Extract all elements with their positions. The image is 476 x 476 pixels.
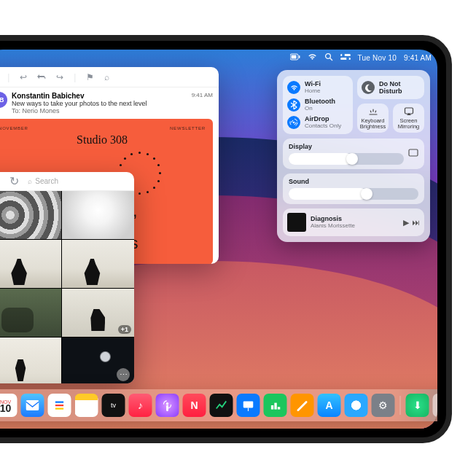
album-art [287,213,306,232]
menubar-time[interactable]: 9:41 AM [404,54,432,62]
dock: NOV10 tv ♪ N A ⚙ ⬇ 🗑 [0,389,437,421]
photos-search[interactable]: ⌕ Search [28,177,128,185]
search-icon[interactable] [324,52,333,63]
control-center-icon[interactable] [340,53,351,62]
keyboard-brightness-icon [368,106,378,117]
wifi-icon [287,81,300,94]
svg-line-4 [329,58,332,61]
play-button[interactable]: ▶ [403,218,409,227]
connectivity-tile: Wi-FiHome BluetoothOn AirDropContacts On… [283,76,353,134]
stocks-app[interactable] [210,394,233,417]
photo-thumbnail[interactable]: +1 [62,289,134,337]
more-count-badge: +1 [118,325,131,334]
photo-thumbnail[interactable] [0,338,61,383]
reminders-app[interactable] [48,394,71,417]
battery-icon[interactable] [290,53,300,62]
menu-bar: Tue Nov 10 9:41 AM [0,50,437,66]
news-app[interactable]: N [183,394,206,417]
mail-to: To: Nerio Mones [12,107,187,114]
tv-app[interactable]: tv [102,394,125,417]
favorite-icon[interactable]: ♡ [0,174,1,188]
svg-point-9 [293,122,295,124]
search-icon[interactable]: ⌕ [104,72,109,82]
rotate-icon[interactable]: ↻ [9,174,19,188]
svg-point-3 [325,54,330,59]
podcasts-app[interactable] [156,394,179,417]
photo-thumbnail[interactable] [0,191,61,239]
svg-rect-1 [291,55,296,59]
dock-separator [400,396,401,415]
mail-from: Konstantin Babichev [12,92,187,100]
svg-rect-22 [271,405,273,410]
numbers-app[interactable] [264,394,287,417]
now-playing-tile[interactable]: Diagnosis Alanis Morissette ▶ ⏭ [283,208,424,236]
desktop: Tue Nov 10 9:41 AM Wi-FiHome BluetoothOn [0,50,437,429]
app-store-app[interactable]: A [318,394,341,417]
svg-rect-24 [278,407,280,409]
mail-time: 9:41 AM [192,92,213,98]
svg-point-18 [166,402,168,405]
svg-rect-12 [405,108,413,114]
display-expand-button[interactable] [408,149,418,159]
downloads-stack[interactable]: ⬇ [406,394,429,417]
mail-subject: New ways to take your photos to the next… [12,100,187,107]
airdrop-toggle[interactable]: AirDropContacts Only [287,115,348,130]
flag-icon[interactable]: ⚑ [86,72,94,82]
next-track-button[interactable]: ⏭ [412,218,420,227]
control-center: Wi-FiHome BluetoothOn AirDropContacts On… [277,70,430,242]
notes-app[interactable] [75,394,98,417]
reply-all-icon[interactable]: ⮪ [37,72,46,82]
svg-point-7 [342,54,345,57]
avatar: KB [0,92,7,108]
music-app[interactable]: ♪ [129,394,152,417]
svg-rect-2 [299,55,300,58]
menubar-date[interactable]: Tue Nov 10 [358,54,397,62]
screen-mirroring-button[interactable]: Screen Mirroring [393,104,424,133]
bluetooth-toggle[interactable]: BluetoothOn [287,98,348,112]
svg-point-8 [346,58,349,61]
photo-thumbnail[interactable]: ⋯ [62,338,134,383]
photo-thumbnail[interactable] [0,289,61,337]
display-brightness-slider[interactable]: ☀ [289,153,404,165]
sound-tile: Sound 🔊 [283,173,424,204]
reply-icon[interactable]: ↩ [20,72,27,82]
svg-rect-20 [243,401,254,407]
moon-icon [362,81,375,94]
wifi-icon[interactable] [308,53,317,62]
photos-window: ‹ ⊕ ⓘ ⇧ ♡ ↻ ⌕ Search ⋯ +1 [0,172,134,383]
photos-toolbar: ‹ ⊕ ⓘ ⇧ ♡ ↻ ⌕ Search [0,172,134,191]
svg-rect-14 [26,400,39,410]
trash[interactable]: 🗑 [433,394,438,417]
mail-toolbar: ▭ ✎ 🗀 | 🗑 ⊘ | ↩ ⮪ ↪ | ⚑ ⌕ [0,67,219,87]
photos-grid: ⋯ +1 ⋯ [0,191,134,383]
system-preferences-app[interactable]: ⚙ [372,394,395,417]
macbook-frame: Tue Nov 10 9:41 AM Wi-FiHome BluetoothOn [0,35,452,443]
airdrop-icon [287,116,300,129]
screen-mirroring-icon [404,106,414,117]
mail-app[interactable] [21,394,44,417]
keyboard-brightness-button[interactable]: Keyboard Brightness [357,104,389,133]
more-icon[interactable]: ⋯ [117,368,130,381]
sound-volume-slider[interactable]: 🔊 [289,188,418,200]
display-tile: Display ☀ [283,138,424,169]
bluetooth-icon [287,98,300,112]
photo-thumbnail[interactable] [0,240,61,288]
forward-icon[interactable]: ↪ [56,72,63,82]
svg-rect-13 [409,149,418,156]
svg-rect-23 [274,403,276,410]
wifi-toggle[interactable]: Wi-FiHome [287,80,348,95]
calendar-app[interactable]: NOV10 [0,394,17,417]
keynote-app[interactable] [237,394,260,417]
photo-thumbnail[interactable] [62,240,134,288]
safari-app[interactable] [345,394,368,417]
photo-thumbnail[interactable] [62,191,134,239]
do-not-disturb-toggle[interactable]: Do Not Disturb [357,76,424,99]
pages-app[interactable] [291,394,314,417]
